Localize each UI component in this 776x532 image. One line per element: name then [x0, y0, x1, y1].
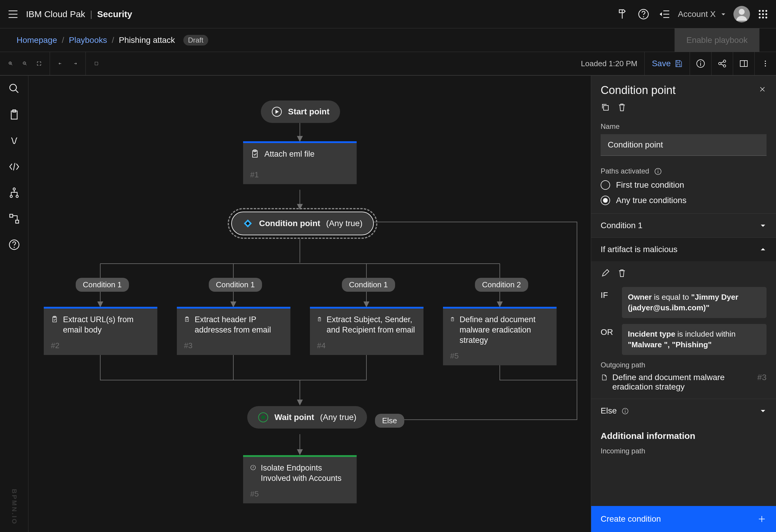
radio-first-true[interactable]: First true condition	[601, 180, 767, 190]
clipboard-check-icon	[51, 314, 58, 324]
svg-point-17	[719, 62, 721, 65]
svg-point-19	[723, 65, 726, 67]
task-extract-urls[interactable]: Extract URL(s) from email body #2	[44, 307, 157, 355]
help-icon[interactable]	[638, 8, 649, 20]
wait-point-node[interactable]: Wait point (Any true)	[247, 406, 367, 429]
radio-icon	[601, 196, 610, 205]
trash-icon[interactable]	[617, 102, 627, 114]
condition-pill-incident-type[interactable]: Incident type is included within "Malwar…	[622, 324, 767, 355]
chevron-down-icon	[759, 407, 767, 415]
svg-point-1	[643, 16, 644, 17]
clipboard-icon[interactable]	[8, 109, 20, 120]
zoom-out-icon[interactable]	[19, 58, 31, 69]
svg-point-28	[10, 195, 12, 198]
account-switcher[interactable]: Account X	[678, 9, 726, 19]
task-extract-ip[interactable]: Extract header IP addresses from email #…	[177, 307, 290, 355]
edit-icon[interactable]	[601, 268, 610, 280]
clipboard-check-icon	[184, 314, 190, 324]
accordion-if-malicious[interactable]: If artifact is malicious	[591, 238, 776, 261]
name-input[interactable]: Condition point	[601, 134, 767, 156]
info-icon[interactable]	[654, 167, 662, 176]
svg-rect-30	[10, 214, 13, 217]
trash-icon[interactable]	[617, 268, 627, 280]
help-rail-icon[interactable]	[8, 239, 20, 251]
svg-point-12	[765, 17, 767, 18]
or-label: OR	[601, 324, 615, 337]
zoom-in-icon[interactable]	[5, 58, 17, 69]
chevron-down-icon	[720, 11, 726, 17]
status-badge: Draft	[183, 35, 208, 45]
panel-toggle-icon[interactable]	[733, 52, 755, 75]
share-icon[interactable]	[712, 52, 733, 75]
code-icon[interactable]	[8, 161, 20, 173]
wait-icon	[258, 412, 268, 423]
branch-label-3[interactable]: Condition 1	[342, 278, 395, 292]
account-name: Account X	[678, 9, 716, 19]
outgoing-path-row[interactable]: Define and document malware eradication …	[601, 373, 767, 391]
workflow-icon[interactable]	[8, 213, 20, 225]
info-icon[interactable]	[621, 407, 629, 415]
svg-rect-49	[604, 105, 608, 110]
copy-icon[interactable]	[601, 102, 610, 114]
start-node[interactable]: Start point	[261, 100, 340, 123]
info-icon[interactable]	[690, 52, 712, 75]
else-label[interactable]: Else	[375, 414, 404, 428]
avatar[interactable]	[733, 6, 750, 22]
radio-any-true[interactable]: Any true conditions	[601, 196, 767, 205]
indent-icon[interactable]	[659, 8, 671, 20]
svg-point-8	[762, 13, 764, 15]
breadcrumb-playbooks[interactable]: Playbooks	[69, 35, 107, 45]
left-rail: BPMN.IO	[0, 76, 28, 532]
global-header: IBM Cloud Pak | Security Account X	[0, 0, 776, 28]
signpost-icon[interactable]	[616, 8, 628, 20]
task-attach-eml[interactable]: Attach eml file #1	[243, 141, 357, 184]
branch-label-2[interactable]: Condition 1	[209, 278, 262, 292]
canvas[interactable]: Start point Attach eml file #1 Condition…	[28, 76, 591, 532]
svg-point-3	[739, 9, 745, 15]
svg-point-21	[765, 61, 766, 62]
branch-label-4[interactable]: Condition 2	[475, 278, 528, 292]
menu-icon[interactable]	[7, 8, 19, 20]
accordion-else[interactable]: Else	[591, 399, 776, 423]
overflow-menu-icon[interactable]	[755, 52, 776, 75]
panel-title: Condition point	[601, 84, 676, 97]
tree-icon[interactable]	[8, 187, 20, 199]
svg-point-27	[13, 188, 15, 190]
brand-product: IBM Cloud Pak	[26, 9, 85, 19]
task-isolate[interactable]: fIsolate Endpoints Involved with Account…	[243, 455, 357, 503]
undo-icon[interactable]	[55, 58, 66, 69]
task-define-eradication[interactable]: Define and document malware eradication …	[443, 307, 557, 365]
loaded-timestamp: Loaded 1:20 PM	[581, 59, 637, 68]
svg-text:f: f	[252, 466, 254, 469]
clipboard-check-icon	[450, 314, 455, 324]
close-icon[interactable]	[758, 85, 767, 95]
svg-point-18	[723, 60, 726, 62]
branch-label-1[interactable]: Condition 1	[76, 278, 129, 292]
additional-info-heading: Additional information	[601, 431, 767, 441]
task-extract-subject[interactable]: Extract Subject, Sender, and Recipient f…	[310, 307, 423, 355]
svg-point-29	[16, 195, 18, 198]
accordion-condition-1[interactable]: Condition 1	[591, 214, 776, 237]
breadcrumb-home[interactable]: Homepage	[17, 35, 57, 45]
breadcrumb-current: Phishing attack	[119, 35, 175, 45]
search-icon[interactable]	[8, 83, 20, 94]
svg-point-33	[14, 247, 15, 248]
editor-toolbar: Loaded 1:20 PM Save	[0, 52, 776, 76]
svg-point-46	[261, 415, 265, 420]
svg-point-9	[765, 13, 767, 15]
save-button[interactable]: Save	[644, 52, 690, 75]
save-icon	[674, 59, 683, 68]
bpmn-logo: BPMN.IO	[10, 489, 18, 525]
redo-icon[interactable]	[69, 58, 81, 69]
enable-playbook-button[interactable]: Enable playbook	[674, 28, 759, 52]
selection-icon[interactable]	[90, 58, 102, 69]
if-label: IF	[601, 287, 615, 300]
create-condition-button[interactable]: Create condition	[591, 506, 776, 532]
svg-point-16	[700, 61, 701, 62]
function-icon[interactable]	[8, 135, 20, 147]
condition-pill-owner[interactable]: Owner is equal to "Jimmy Dyer (jadyer@us…	[622, 287, 767, 318]
app-switcher-icon[interactable]	[757, 8, 769, 20]
fit-screen-icon[interactable]	[33, 58, 45, 69]
name-label: Name	[601, 122, 767, 130]
condition-point-node[interactable]: Condition point (Any true)	[231, 212, 374, 235]
